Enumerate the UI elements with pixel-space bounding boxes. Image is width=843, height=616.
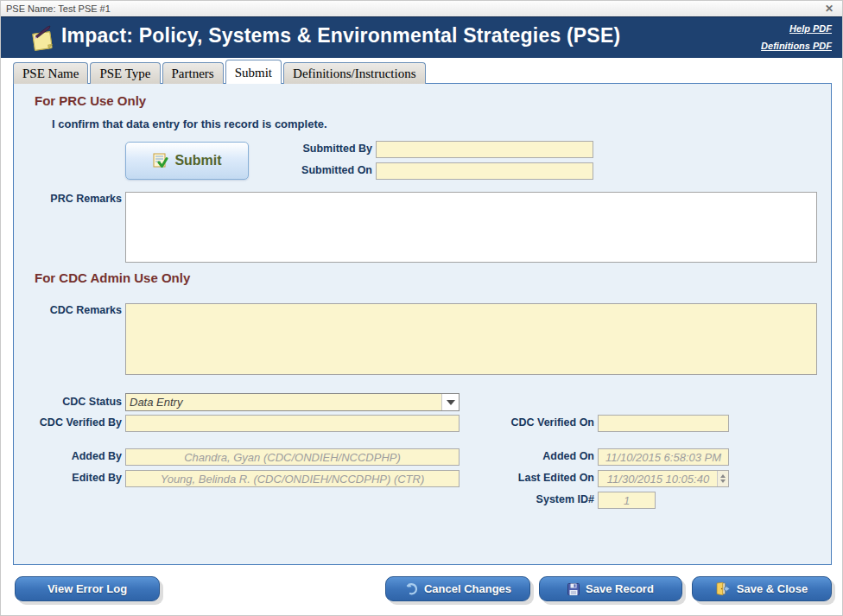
- system-id-label: System ID#: [491, 491, 594, 508]
- prc-remarks-textarea[interactable]: [125, 192, 817, 263]
- app-header: Impact: Policy, Systems & Environmental …: [1, 16, 843, 58]
- close-icon[interactable]: ✕: [821, 2, 837, 16]
- submitted-on-label: Submitted On: [200, 162, 372, 179]
- last-edited-on-input[interactable]: [598, 470, 729, 487]
- confirm-statement: I confirm that data entry for this recor…: [52, 116, 327, 133]
- window-titlebar: PSE Name: Test PSE #1 ✕: [1, 1, 843, 16]
- tab-submit[interactable]: Submit: [225, 60, 282, 84]
- floppy-disk-icon: [567, 583, 580, 595]
- prc-remarks-label: PRC Remarks: [18, 190, 122, 207]
- added-on-input[interactable]: [598, 448, 729, 466]
- save-record-button[interactable]: Save Record: [539, 576, 682, 601]
- submitted-on-input[interactable]: [376, 162, 593, 180]
- chevron-down-icon[interactable]: [441, 394, 459, 410]
- help-pdf-link[interactable]: Help PDF: [761, 20, 832, 37]
- submitted-by-input[interactable]: [376, 141, 593, 158]
- cdc-status-value: Data Entry: [126, 394, 441, 410]
- edited-by-input[interactable]: [125, 470, 460, 487]
- cdc-remarks-label: CDC Remarks: [18, 302, 122, 319]
- edited-by-label: Edited By: [18, 469, 122, 486]
- cdc-verified-on-input[interactable]: [598, 415, 729, 432]
- cdc-section-heading: For CDC Admin Use Only: [35, 270, 190, 285]
- document-check-icon: [152, 153, 168, 169]
- cdc-verified-by-label: CDC Verified By: [18, 414, 122, 431]
- save-record-label: Save Record: [586, 582, 654, 595]
- prc-section-heading: For PRC Use Only: [35, 93, 146, 108]
- definitions-pdf-link[interactable]: Definitions PDF: [761, 37, 832, 54]
- tab-partners[interactable]: Partners: [162, 62, 224, 84]
- view-error-log-button[interactable]: View Error Log: [15, 576, 160, 601]
- window-title: PSE Name: Test PSE #1: [6, 3, 111, 14]
- added-by-input[interactable]: [125, 448, 460, 466]
- tab-bar: PSE Name PSE Type Partners Submit Defini…: [13, 60, 428, 84]
- exit-door-icon: [716, 582, 731, 595]
- cdc-remarks-textarea[interactable]: [125, 303, 817, 375]
- cdc-verified-on-label: CDC Verified On: [491, 414, 594, 431]
- added-on-label: Added On: [491, 448, 594, 465]
- cdc-status-label: CDC Status: [18, 393, 122, 410]
- tab-pse-name[interactable]: PSE Name: [13, 62, 88, 84]
- last-edited-on-field: [598, 470, 729, 487]
- save-and-close-button[interactable]: Save & Close: [692, 576, 832, 601]
- cdc-status-dropdown[interactable]: Data Entry: [125, 393, 460, 411]
- application-window: PSE Name: Test PSE #1 ✕ Impact: Policy, …: [0, 0, 843, 616]
- undo-arrow-icon: [404, 583, 418, 595]
- cancel-changes-button[interactable]: Cancel Changes: [385, 576, 530, 601]
- save-and-close-label: Save & Close: [737, 582, 808, 595]
- cancel-changes-label: Cancel Changes: [424, 582, 511, 595]
- page-title: Impact: Policy, Systems & Environmental …: [61, 24, 620, 48]
- note-with-pen-icon: [29, 25, 56, 51]
- system-id-input[interactable]: [598, 492, 656, 509]
- last-edited-on-label: Last Edited On: [482, 469, 594, 486]
- added-by-label: Added By: [18, 448, 122, 465]
- tab-pse-type[interactable]: PSE Type: [90, 62, 160, 84]
- spinner-updown-icon[interactable]: [717, 471, 728, 486]
- submitted-by-label: Submitted By: [200, 140, 372, 157]
- cdc-verified-by-input[interactable]: [125, 415, 460, 432]
- view-error-log-label: View Error Log: [48, 582, 127, 595]
- tab-definitions-instructions[interactable]: Definitions/Instructions: [283, 62, 426, 84]
- submit-tab-panel: For PRC Use Only I confirm that data ent…: [13, 83, 832, 565]
